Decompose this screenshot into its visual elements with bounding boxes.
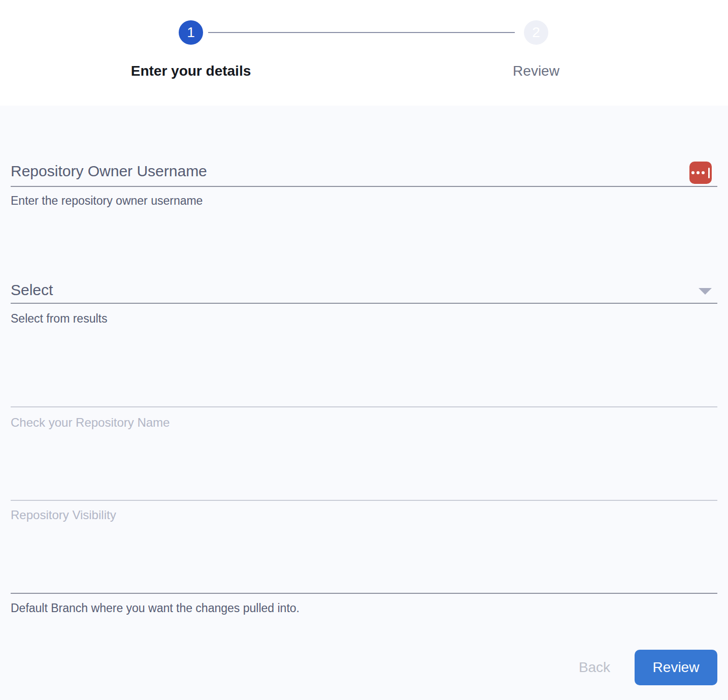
chevron-down-icon[interactable] bbox=[699, 288, 712, 295]
password-autofill-icon[interactable] bbox=[689, 162, 712, 184]
autofill-dot bbox=[702, 171, 705, 174]
wizard-stepper-header: 1 2 Enter your details Review bbox=[0, 0, 728, 106]
repository-visibility-underline bbox=[11, 500, 717, 501]
autofill-dot bbox=[691, 171, 694, 174]
step-2-label: Review bbox=[513, 63, 559, 79]
step-1-indicator[interactable]: 1 bbox=[179, 20, 203, 45]
default-branch-underline bbox=[11, 593, 717, 594]
step-2-indicator[interactable]: 2 bbox=[524, 20, 548, 45]
step-1-label: Enter your details bbox=[131, 63, 251, 79]
repository-select-underline bbox=[11, 303, 717, 304]
autofill-dot bbox=[697, 171, 700, 174]
details-form: Repository Owner Username Enter the repo… bbox=[0, 106, 728, 700]
autofill-bar bbox=[708, 168, 710, 178]
repository-name-field[interactable]: Check your Repository Name bbox=[11, 416, 170, 430]
back-button[interactable]: Back bbox=[563, 650, 626, 685]
repository-visibility-field[interactable]: Repository Visibility bbox=[11, 508, 116, 522]
repository-owner-username-helper: Enter the repository owner username bbox=[11, 194, 203, 208]
review-button[interactable]: Review bbox=[635, 650, 717, 685]
stepper-connector bbox=[208, 32, 515, 33]
wizard-page: 1 2 Enter your details Review Repository… bbox=[0, 0, 728, 700]
repository-owner-username-input[interactable]: Repository Owner Username bbox=[11, 163, 207, 180]
repository-name-underline bbox=[11, 406, 717, 407]
step-2-number: 2 bbox=[532, 24, 540, 41]
default-branch-helper: Default Branch where you want the change… bbox=[11, 601, 300, 615]
repository-select-helper: Select from results bbox=[11, 312, 107, 326]
step-1-number: 1 bbox=[187, 24, 195, 41]
repository-owner-username-underline bbox=[11, 186, 717, 187]
repository-select-dropdown[interactable]: Select bbox=[11, 281, 53, 299]
